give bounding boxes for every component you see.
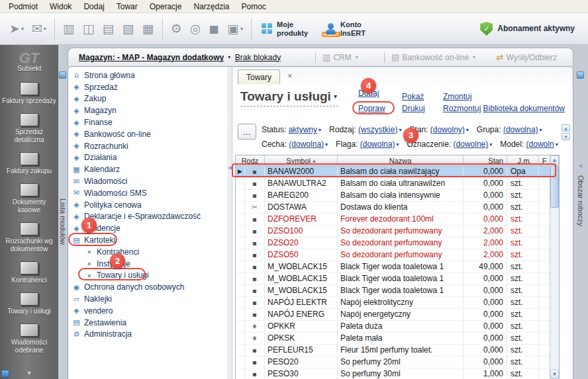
- tree-item-ewidencje[interactable]: ◈Ewidencje: [68, 222, 227, 234]
- sidebar-item-dokumenty-kasowe[interactable]: Dokumenty kasowe: [0, 179, 58, 218]
- send-button[interactable]: ➤▾: [5, 19, 28, 38]
- column-header-f[interactable]: F: [539, 155, 550, 165]
- filter-value-dropdown[interactable]: (dowolna): [289, 140, 324, 149]
- scroll-up-icon[interactable]: ▲: [550, 155, 559, 165]
- pin-icon[interactable]: [59, 71, 66, 79]
- scrollbar-thumb[interactable]: [550, 165, 559, 208]
- table-row[interactable]: ▪M_WOBLACK15Black Tiger woda toaletowa 1…: [236, 261, 550, 273]
- send-receive-button[interactable]: ⇄ Wyślij/Odbierz: [497, 52, 557, 62]
- sidebar-item-faktury-zakupu[interactable]: Faktury zakupu: [0, 148, 58, 179]
- collapse-left-icon[interactable]: ◀: [578, 163, 582, 169]
- table-row[interactable]: ▶▪BANAW2000Balsam do ciała nawilżający0,…: [236, 166, 550, 178]
- share-button[interactable]: ▧: [119, 19, 138, 38]
- collapse-tree-icon[interactable]: ◀: [228, 165, 232, 171]
- banking-dropdown[interactable]: ▤ Bankowość on-line ▾: [391, 52, 496, 62]
- cash-register-button[interactable]: ▥: [59, 19, 79, 38]
- tree-item-magazyn[interactable]: ◈Magazyn: [68, 105, 227, 116]
- filter-value-dropdown[interactable]: (dowolna): [503, 125, 538, 134]
- lock-status-link[interactable]: Brak blokady: [235, 53, 309, 62]
- mail-button[interactable]: ✉▾: [28, 19, 50, 38]
- tree-item-naklejki[interactable]: ▱Naklejki: [68, 293, 227, 305]
- close-tab-button[interactable]: ×: [285, 71, 295, 80]
- sidebar-item-sprzedaz-detaliczna[interactable]: Sprzedaż detaliczna: [0, 109, 58, 148]
- tab-towary[interactable]: Towary: [238, 69, 280, 85]
- tree-item-kontrahenci[interactable]: ▪Kontrahenci: [68, 246, 227, 258]
- tree-item-dzialania[interactable]: ◈Działania: [68, 152, 227, 164]
- menu-dodaj[interactable]: Dodaj: [77, 1, 110, 13]
- filter-value-dropdown[interactable]: (dowolny): [430, 125, 465, 134]
- devices-button[interactable]: ▣▾: [223, 19, 247, 38]
- filter-value-dropdown[interactable]: (wszystkie): [358, 125, 397, 134]
- sidebar-item-kontrahenci[interactable]: Kontrahenci: [0, 257, 58, 288]
- tree-item-instytucje[interactable]: ▪Instytucje: [68, 258, 227, 270]
- table-row[interactable]: ▪M_WOBLACK15Black Tiger woda toaletowa 1…: [236, 273, 550, 285]
- menu-narzedzia[interactable]: Narzędzia: [187, 1, 235, 13]
- tree-item-deklaracje-i-e-sprawozdawczosc[interactable]: ◈Deklaracje i e-Sprawozdawczość: [68, 211, 227, 223]
- table-row[interactable]: ♦OPKSKPaleta mała0,000szt.: [236, 333, 550, 345]
- tree-item-rozrachunki[interactable]: ◈Rozrachunki: [68, 140, 227, 152]
- column-header-rodz[interactable]: Rodz: [236, 155, 265, 165]
- scroll-down-icon[interactable]: ▼: [550, 370, 559, 379]
- table-row[interactable]: ▪DZSO20So dezodorant perfumowany2,000szt…: [236, 237, 550, 249]
- documents-stack-button[interactable]: ▤: [99, 19, 119, 38]
- abonament-button[interactable]: ✓ Abonament aktywny: [472, 19, 583, 39]
- tree-item-kartoteki[interactable]: ▤Kartoteki: [68, 234, 227, 246]
- pokaz-link[interactable]: Pokaż: [402, 92, 424, 101]
- column-header-j-m[interactable]: J.m.: [507, 155, 539, 165]
- printer-button[interactable]: ▦: [138, 19, 158, 38]
- tree-item-strona-glowna[interactable]: ⌂Strona główna: [68, 69, 227, 81]
- table-row[interactable]: ▪NAPÓJ ELEKTRNapój elektrolityczny0,000s…: [236, 297, 550, 309]
- dodaj-link[interactable]: Dodaj: [358, 89, 379, 98]
- table-row[interactable]: ▪M_WOBLACK15Black Tiger woda toaletowa 1…: [236, 285, 550, 297]
- filter-value-dropdown[interactable]: (dowolna): [360, 140, 395, 149]
- table-row[interactable]: ▪BANAWULTRA2Balsam do ciała ultranawilże…: [236, 178, 550, 190]
- table-row[interactable]: ▪DZSO100So dezodorant perfumowany2,000sz…: [236, 226, 550, 237]
- cube-button[interactable]: ◼: [205, 19, 223, 38]
- workspace-pin-icon[interactable]: [577, 71, 584, 79]
- table-row[interactable]: ▪DZSO50So dezodorant perfumowany2,000szt…: [236, 249, 550, 261]
- status-tray-icon[interactable]: [1, 370, 9, 378]
- table-row[interactable]: ▪PEFLEUR15Fleur 15ml perfumy toalet.0,00…: [236, 345, 550, 357]
- tree-item-vendero[interactable]: ◈vendero: [68, 305, 227, 317]
- warehouse-selector[interactable]: Magazyn: - MAP - Magazyn dodatkowy ▾: [79, 53, 235, 62]
- zmontuj-link[interactable]: Zmontuj: [443, 92, 471, 101]
- gear-button[interactable]: ⚙: [167, 19, 186, 38]
- filter-down-icon[interactable]: ▼: [562, 133, 570, 140]
- filter-value-dropdown[interactable]: (dowolne): [454, 140, 489, 149]
- biblioteka-dokumentow-link[interactable]: Biblioteka dokumentów: [483, 104, 565, 113]
- menu-towar[interactable]: Towar: [111, 1, 144, 13]
- tree-item-sprzedaz[interactable]: ◈Sprzedaż: [68, 81, 227, 93]
- table-row[interactable]: ▪PESO20So perfumy 20ml0,000szt.: [236, 357, 550, 368]
- filter-value-dropdown[interactable]: aktywny: [289, 125, 317, 134]
- tree-item-bankowosc-on-line[interactable]: ◈Bankowość on-line: [68, 128, 227, 140]
- sidebar-more-chevron-icon[interactable]: ▾: [24, 366, 33, 379]
- tree-item-towary-i-uslugi[interactable]: ▪Towary i usługi: [68, 270, 227, 282]
- more-filters-button[interactable]: …: [238, 124, 256, 140]
- table-row[interactable]: ♦OPKKRPaleta duża0,000szt.: [236, 321, 550, 333]
- table-row[interactable]: ▪PESO30So perfumy 30ml1,000szt.: [236, 368, 550, 379]
- rozmontuj-link[interactable]: Rozmontuj: [443, 104, 481, 113]
- tree-item-ochrona-danych-osobowych[interactable]: ◉Ochrona danych osobowych: [68, 281, 227, 293]
- tree-item-polityka-cenowa[interactable]: ◈Polityka cenowa: [68, 199, 227, 211]
- filter-value-dropdown[interactable]: (dowoln: [526, 140, 554, 149]
- menu-widok[interactable]: Widok: [44, 1, 77, 13]
- panel-splitter[interactable]: ◀: [227, 67, 232, 379]
- konto-insert-button[interactable]: INSERT Konto InsERT: [318, 18, 382, 40]
- table-row[interactable]: ▪BAREG200Balsam do ciała intensywnie0,00…: [236, 190, 550, 202]
- column-header-nazwa[interactable]: Nazwa: [338, 155, 464, 165]
- tree-item-kalendarz[interactable]: ▦Kalendarz: [68, 163, 227, 175]
- filter-up-icon[interactable]: ▲: [562, 124, 570, 132]
- menu-pomoc[interactable]: Pomoc: [235, 1, 271, 13]
- table-row[interactable]: ▪NAPÓJ ENERGNapój energetyczny0,000szt.: [236, 309, 550, 321]
- globe-button[interactable]: ◎: [186, 19, 205, 38]
- drukuj-link[interactable]: Drukuj: [402, 104, 425, 113]
- sidebar-item-faktury-sprzedazy[interactable]: Faktury sprzedaży: [0, 78, 58, 109]
- page-title[interactable]: Towary i usługi▾: [240, 89, 338, 106]
- tree-item-finanse[interactable]: ◈Finanse: [68, 116, 227, 128]
- tree-item-administracja[interactable]: ⚙Administracja: [68, 329, 227, 341]
- sidebar-item-towary-i-uslugi[interactable]: Towary i usługi: [0, 288, 58, 319]
- tree-item-zestawienia[interactable]: ▤Zestawienia: [68, 317, 227, 329]
- table-row[interactable]: ✂DOSTAWADostawa do klienta0,000szt.: [236, 202, 550, 214]
- table-row[interactable]: ▪DZFOREVERForever dezodorant 100ml0,000s…: [236, 214, 550, 226]
- sidebar-item-wiadomosci-odebrane[interactable]: Wiadomości odebrane: [0, 319, 58, 358]
